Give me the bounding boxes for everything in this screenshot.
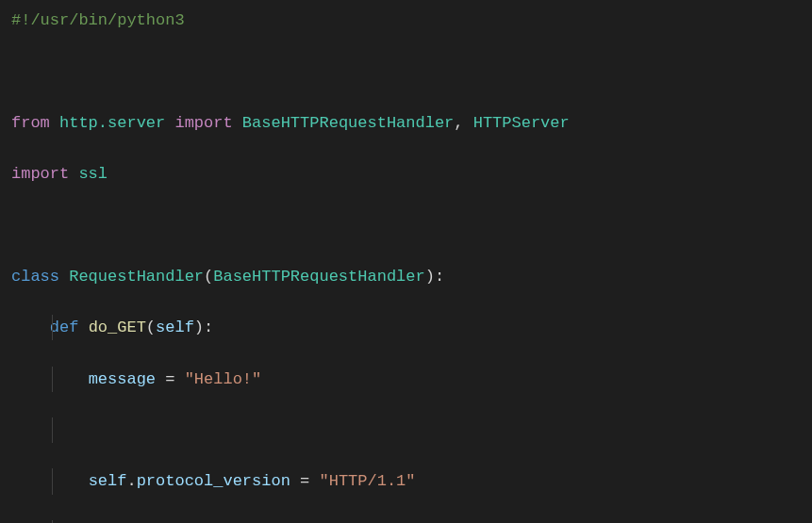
- fn-do-get: do_GET: [89, 319, 146, 336]
- code-line: [11, 58, 801, 84]
- code-line: class RequestHandler(BaseHTTPRequestHand…: [11, 264, 801, 289]
- code-line: import ssl: [11, 161, 801, 187]
- module-ssl: ssl: [78, 165, 108, 183]
- param-self: self: [156, 319, 194, 336]
- class-httpserver: HTTPServer: [473, 114, 570, 132]
- class-basehttprequesthandler: BaseHTTPRequestHandler: [242, 114, 454, 132]
- code-editor[interactable]: #!/usr/bin/python3 from http.server impo…: [11, 8, 801, 523]
- kw-import: import: [174, 114, 232, 132]
- str-http11: "HTTP/1.1": [319, 472, 415, 490]
- module-http-server: http.server: [59, 114, 165, 132]
- class-requesthandler: RequestHandler: [69, 268, 204, 286]
- code-line: #!/usr/bin/python3: [11, 8, 801, 33]
- kw-from: from: [11, 114, 50, 132]
- code-line: self.protocol_version = "HTTP/1.1": [11, 468, 801, 494]
- code-line: [11, 213, 801, 238]
- code-line: from http.server import BaseHTTPRequestH…: [11, 110, 801, 136]
- kw-def: def: [50, 319, 79, 336]
- self-ref: self: [89, 472, 127, 490]
- prop-protocol-version: protocol_version: [137, 472, 290, 490]
- code-line: [11, 417, 801, 443]
- kw-import: import: [11, 165, 69, 183]
- kw-class: class: [11, 268, 59, 286]
- shebang-comment: #!/usr/bin/python3: [11, 11, 185, 29]
- base-class: BaseHTTPRequestHandler: [213, 268, 424, 286]
- code-line: message = "Hello!": [11, 367, 801, 392]
- str-hello: "Hello!": [185, 370, 262, 388]
- var-message: message: [89, 370, 156, 388]
- code-line: def do_GET(self):: [11, 315, 801, 340]
